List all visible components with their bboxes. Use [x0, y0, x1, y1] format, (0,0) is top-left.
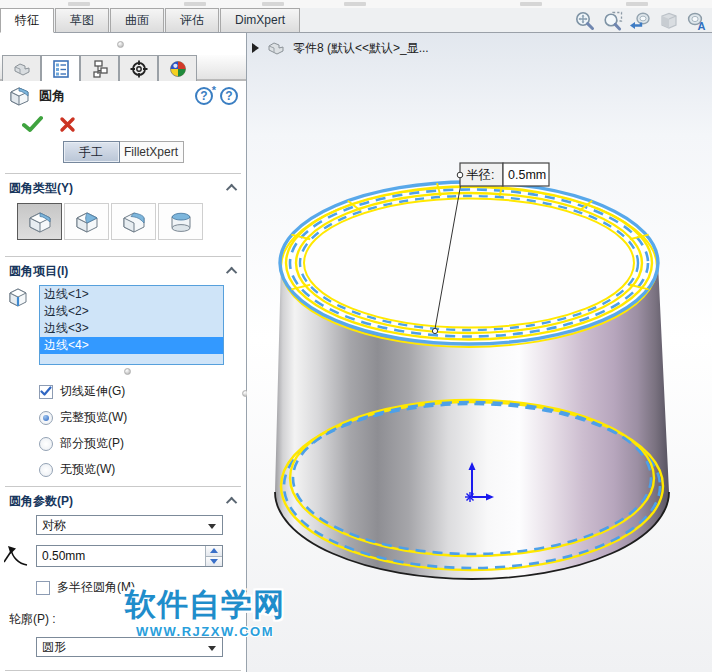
zoom-to-fit-icon[interactable]: [573, 11, 596, 32]
partial-preview-label: 部分预览(P): [60, 435, 124, 452]
items-to-fillet-section-header[interactable]: 圆角项目(I): [0, 261, 246, 281]
view-settings-glyph: A: [698, 20, 706, 32]
symmetry-dropdown[interactable]: 对称: [36, 515, 223, 535]
toolbar-fragment: [68, 2, 90, 6]
radius-field: [36, 545, 223, 567]
view-settings-icon[interactable]: A: [685, 11, 708, 32]
spinner-down-button[interactable]: [206, 557, 222, 567]
dimxpertmanager-tab[interactable]: [119, 55, 158, 81]
full-preview-row: 完整预览(W): [0, 409, 246, 426]
items-to-fillet-body: 边线<1> 边线<2> 边线<3> 边线<4>: [0, 284, 246, 370]
mode-toggle: 手工 FilletXpert: [0, 139, 246, 165]
edge-selection-icon: [5, 286, 30, 313]
fillet-feature-icon: [8, 85, 31, 107]
tangent-propagation-row: 切线延伸(G): [0, 383, 246, 400]
partial-preview-row: 部分预览(P): [0, 435, 246, 452]
displaymanager-tab[interactable]: [158, 55, 197, 81]
configurationmanager-tab[interactable]: [80, 55, 119, 81]
no-preview-label: 无预览(W): [60, 461, 115, 478]
filletxpert-mode-button[interactable]: FilletXpert: [120, 141, 184, 163]
model-3d-view: 半径: 0.5mm: [247, 33, 712, 672]
cropped-toolbar-strip: [0, 0, 712, 8]
variable-size-fillet-button[interactable]: [64, 203, 109, 240]
fillet-type-options: [0, 198, 246, 248]
toolbar-fragment: [184, 2, 206, 6]
ok-button[interactable]: [22, 115, 43, 133]
symmetry-value: 对称: [42, 517, 66, 534]
radius-row: [0, 544, 246, 568]
divider: [5, 256, 241, 257]
full-preview-radio[interactable]: [39, 411, 53, 425]
propertymanager-tab[interactable]: [41, 55, 80, 81]
list-resize-handle[interactable]: [124, 368, 131, 375]
horizontal-splitter-handle[interactable]: [117, 41, 124, 48]
manager-tab-strip: [0, 55, 246, 81]
radius-spinner: [205, 546, 222, 566]
solidworks-window: 特征 草图 曲面 评估 DimXpert: [0, 0, 712, 672]
graphics-area[interactable]: 零件8 (默认<<默认>_显...: [247, 33, 712, 672]
whats-new-help-icon[interactable]: ?*: [195, 87, 213, 105]
cancel-button[interactable]: [59, 116, 76, 133]
previous-view-icon[interactable]: [629, 11, 652, 32]
pm-confirm-row: [0, 111, 246, 137]
panel-top-gap: [0, 33, 246, 55]
dropdown-arrow-icon: [208, 524, 216, 529]
collapse-chevron-icon: [226, 497, 237, 508]
section-view-icon[interactable]: [657, 11, 680, 32]
collapse-chevron-icon: [226, 267, 237, 278]
fillet-type-section-header[interactable]: 圆角类型(Y): [0, 178, 246, 198]
zoom-to-area-icon[interactable]: [601, 11, 624, 32]
tab-evaluate[interactable]: 评估: [165, 8, 219, 32]
profile-label: 轮廓(P) :: [0, 611, 246, 628]
multi-radius-label: 多半径圆角(M): [57, 579, 135, 596]
tab-surfaces[interactable]: 曲面: [110, 8, 164, 32]
divider: [5, 486, 241, 487]
radius-icon: [4, 544, 31, 572]
fillet-parameters-section-header[interactable]: 圆角参数(P): [0, 491, 246, 511]
profile-dropdown[interactable]: 圆形: [36, 637, 223, 657]
face-fillet-button[interactable]: [111, 203, 156, 240]
collapse-chevron-icon: [226, 184, 237, 195]
constant-size-fillet-button[interactable]: [17, 203, 62, 240]
fillet-preview-top-edge[interactable]: [280, 182, 658, 347]
full-preview-label: 完整预览(W): [60, 409, 127, 426]
callout-label: 半径:: [466, 168, 494, 182]
full-round-fillet-button[interactable]: [158, 203, 203, 240]
no-preview-row: 无预览(W): [0, 461, 246, 478]
divider: [5, 173, 241, 174]
list-item-edge4[interactable]: 边线<4>: [40, 337, 223, 354]
list-item-edge2[interactable]: 边线<2>: [40, 303, 223, 320]
dropdown-arrow-icon: [208, 646, 216, 651]
edge-selection-list[interactable]: 边线<1> 边线<2> 边线<3> 边线<4>: [39, 285, 224, 365]
profile-value: 圆形: [42, 639, 66, 656]
divider: [5, 670, 241, 671]
toolbar-fragment: [262, 2, 284, 6]
multi-radius-checkbox[interactable]: [36, 581, 50, 595]
help-icon[interactable]: ?: [220, 87, 238, 105]
toolbar-fragment: [626, 2, 648, 6]
headsup-toolbar: A: [573, 11, 708, 32]
list-item-edge3[interactable]: 边线<3>: [40, 320, 223, 337]
list-item-edge1[interactable]: 边线<1>: [40, 286, 223, 303]
spinner-up-button[interactable]: [206, 546, 222, 557]
manual-mode-button[interactable]: 手工: [63, 141, 120, 163]
tangent-propagation-label: 切线延伸(G): [60, 383, 125, 400]
tab-sketch[interactable]: 草图: [55, 8, 109, 32]
pm-title-text: 圆角: [39, 87, 65, 105]
pm-header: 圆角 ?* ?: [0, 81, 246, 111]
toolbar-fragment: [344, 2, 366, 6]
multi-radius-row: 多半径圆角(M): [0, 579, 246, 596]
radius-input[interactable]: [37, 546, 205, 566]
property-manager-panel: 圆角 ?* ? 手工 FilletXpert 圆角类型: [0, 33, 247, 672]
tab-features[interactable]: 特征: [0, 8, 54, 33]
tangent-propagation-checkbox[interactable]: [39, 385, 53, 399]
toolbar-fragment: [520, 2, 542, 6]
partial-preview-radio[interactable]: [39, 437, 53, 451]
callout-value[interactable]: 0.5mm: [508, 168, 546, 182]
commandmanager-tabbar: 特征 草图 曲面 评估 DimXpert: [0, 8, 712, 33]
no-preview-radio[interactable]: [39, 463, 53, 477]
tab-dimxpert[interactable]: DimXpert: [220, 8, 300, 32]
featuremanager-tab[interactable]: [2, 55, 41, 81]
